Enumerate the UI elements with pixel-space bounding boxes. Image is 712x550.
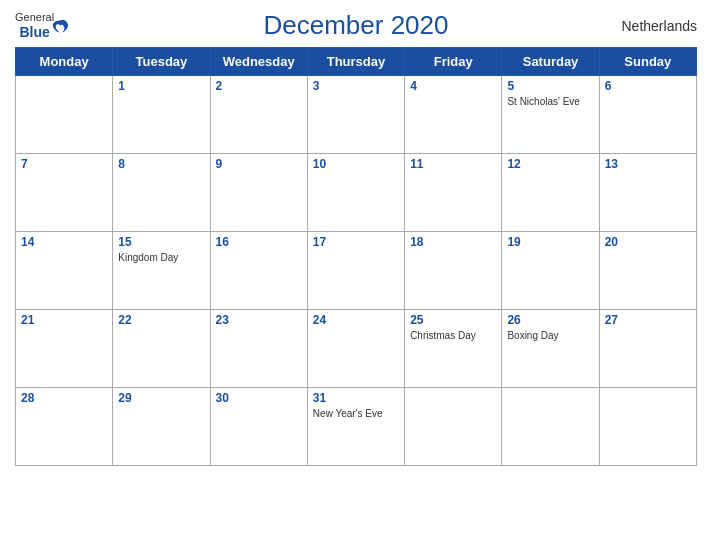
day-number: 16 (216, 235, 302, 249)
calendar-day-cell: 12 (502, 154, 599, 232)
calendar-day-cell: 27 (599, 310, 696, 388)
calendar-day-cell: 15Kingdom Day (113, 232, 210, 310)
day-number: 9 (216, 157, 302, 171)
calendar-week-row: 28293031New Year's Eve (16, 388, 697, 466)
header-wednesday: Wednesday (210, 48, 307, 76)
day-number: 19 (507, 235, 593, 249)
calendar-day-cell: 9 (210, 154, 307, 232)
calendar-table: Monday Tuesday Wednesday Thursday Friday… (15, 47, 697, 466)
day-number: 21 (21, 313, 107, 327)
day-number: 31 (313, 391, 399, 405)
calendar-day-cell: 26Boxing Day (502, 310, 599, 388)
calendar-day-cell: 4 (405, 76, 502, 154)
calendar-day-cell: 31New Year's Eve (307, 388, 404, 466)
calendar-day-cell: 5St Nicholas' Eve (502, 76, 599, 154)
calendar-day-cell: 17 (307, 232, 404, 310)
day-number: 10 (313, 157, 399, 171)
calendar-day-cell (599, 388, 696, 466)
header-monday: Monday (16, 48, 113, 76)
day-number: 20 (605, 235, 691, 249)
header-friday: Friday (405, 48, 502, 76)
day-number: 11 (410, 157, 496, 171)
calendar-week-row: 2122232425Christmas Day26Boxing Day27 (16, 310, 697, 388)
calendar-day-cell: 10 (307, 154, 404, 232)
day-number: 7 (21, 157, 107, 171)
calendar-day-cell: 14 (16, 232, 113, 310)
calendar-title: December 2020 (264, 10, 449, 41)
day-number: 1 (118, 79, 204, 93)
calendar-day-cell: 23 (210, 310, 307, 388)
holiday-name: Boxing Day (507, 329, 593, 342)
header-tuesday: Tuesday (113, 48, 210, 76)
day-number: 17 (313, 235, 399, 249)
day-number: 3 (313, 79, 399, 93)
header-thursday: Thursday (307, 48, 404, 76)
calendar-container: General Blue December 2020 Netherlands M… (0, 0, 712, 550)
logo: General Blue (15, 11, 54, 40)
country-label: Netherlands (622, 18, 698, 34)
calendar-day-cell: 7 (16, 154, 113, 232)
calendar-day-cell: 13 (599, 154, 696, 232)
day-number: 5 (507, 79, 593, 93)
calendar-week-row: 12345St Nicholas' Eve6 (16, 76, 697, 154)
calendar-day-cell: 3 (307, 76, 404, 154)
day-number: 26 (507, 313, 593, 327)
calendar-day-cell: 11 (405, 154, 502, 232)
calendar-day-cell: 29 (113, 388, 210, 466)
logo-blue-text: Blue (19, 23, 49, 39)
holiday-name: Kingdom Day (118, 251, 204, 264)
calendar-day-cell: 16 (210, 232, 307, 310)
header-saturday: Saturday (502, 48, 599, 76)
calendar-day-cell: 19 (502, 232, 599, 310)
day-number: 15 (118, 235, 204, 249)
calendar-day-cell: 28 (16, 388, 113, 466)
calendar-day-cell: 22 (113, 310, 210, 388)
day-number: 22 (118, 313, 204, 327)
day-number: 14 (21, 235, 107, 249)
calendar-week-row: 78910111213 (16, 154, 697, 232)
calendar-day-cell: 18 (405, 232, 502, 310)
logo-general-text: General (15, 11, 54, 22)
day-number: 28 (21, 391, 107, 405)
weekday-header-row: Monday Tuesday Wednesday Thursday Friday… (16, 48, 697, 76)
calendar-header: General Blue December 2020 Netherlands (15, 10, 697, 41)
calendar-day-cell: 2 (210, 76, 307, 154)
day-number: 18 (410, 235, 496, 249)
logo-bird-icon (50, 18, 70, 38)
day-number: 24 (313, 313, 399, 327)
calendar-day-cell: 25Christmas Day (405, 310, 502, 388)
day-number: 4 (410, 79, 496, 93)
calendar-day-cell: 1 (113, 76, 210, 154)
header-sunday: Sunday (599, 48, 696, 76)
calendar-day-cell: 8 (113, 154, 210, 232)
holiday-name: New Year's Eve (313, 407, 399, 420)
calendar-day-cell (502, 388, 599, 466)
calendar-day-cell: 20 (599, 232, 696, 310)
calendar-day-cell: 24 (307, 310, 404, 388)
day-number: 8 (118, 157, 204, 171)
holiday-name: St Nicholas' Eve (507, 95, 593, 108)
day-number: 27 (605, 313, 691, 327)
calendar-day-cell: 6 (599, 76, 696, 154)
holiday-name: Christmas Day (410, 329, 496, 342)
day-number: 23 (216, 313, 302, 327)
calendar-week-row: 1415Kingdom Day1617181920 (16, 232, 697, 310)
day-number: 29 (118, 391, 204, 405)
calendar-day-cell (405, 388, 502, 466)
day-number: 30 (216, 391, 302, 405)
day-number: 25 (410, 313, 496, 327)
calendar-day-cell: 30 (210, 388, 307, 466)
calendar-day-cell (16, 76, 113, 154)
day-number: 12 (507, 157, 593, 171)
day-number: 2 (216, 79, 302, 93)
day-number: 13 (605, 157, 691, 171)
calendar-day-cell: 21 (16, 310, 113, 388)
day-number: 6 (605, 79, 691, 93)
